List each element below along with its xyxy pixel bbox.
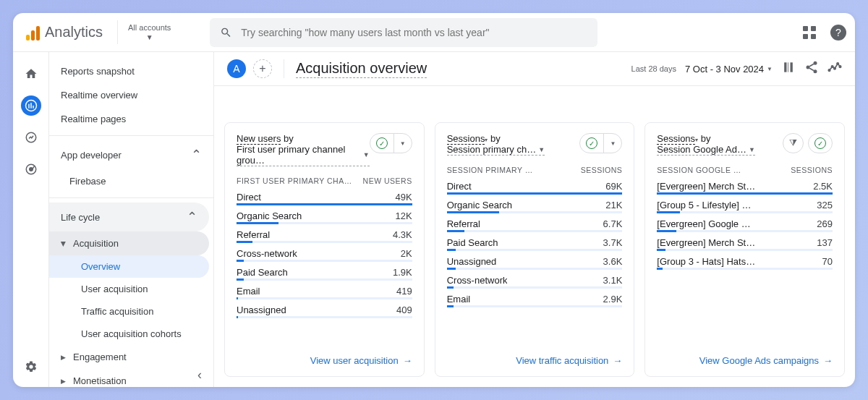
rail-explore-icon[interactable] (21, 127, 41, 148)
data-row[interactable]: Cross-network3.1K (447, 271, 623, 286)
sidebar-item-engagement[interactable]: ▶ Engagement (49, 345, 213, 369)
product-logo: Analytics (26, 24, 103, 41)
search-input[interactable] (241, 27, 587, 38)
card-dimension-selector[interactable]: Session primary ch… ▼ (447, 144, 545, 156)
rail-admin-icon[interactable] (21, 357, 41, 377)
data-row[interactable]: Referral6.7K (447, 215, 623, 230)
sidebar-item-firebase[interactable]: Firebase (49, 169, 213, 193)
svg-point-11 (831, 66, 833, 68)
rail-advertising-icon[interactable] (21, 159, 41, 179)
collapse-sidebar-icon[interactable]: ‹ (197, 367, 202, 383)
row-bar (237, 297, 412, 299)
row-value: 2.9K (603, 294, 623, 305)
sidebar-subitem-traffic-acquisition[interactable]: Traffic acquisition (49, 300, 213, 323)
row-label: Organic Search (237, 210, 302, 221)
sidebar-item-realtime-overview[interactable]: Realtime overview (49, 83, 213, 107)
data-row[interactable]: [Group 5 - Lifestyle] …325 (657, 196, 833, 211)
card-footer: View traffic acquisition → (447, 348, 623, 366)
row-bar (657, 230, 833, 232)
check-circle-icon: ✓ (814, 137, 826, 149)
sidebar-section-label: App developer (61, 150, 122, 161)
row-value: 21K (605, 200, 622, 210)
row-label: Paid Search (447, 237, 498, 248)
data-row[interactable]: Unassigned3.6K (447, 252, 623, 268)
account-selector[interactable]: All accounts ▼ (117, 20, 181, 44)
data-row[interactable]: Direct69K (447, 177, 623, 192)
row-bar (447, 286, 623, 289)
header-right: Last 28 days 7 Oct - 3 Nov 2024 ▼ (631, 60, 842, 77)
data-row[interactable]: Referral4.3K (237, 226, 412, 241)
data-row[interactable]: [Evergreen] Google …269 (657, 215, 833, 230)
row-label: Direct (447, 181, 472, 192)
card-quality-menu[interactable]: ✓▼ (370, 133, 412, 153)
rail-reports-icon[interactable] (21, 95, 41, 116)
row-bar (447, 192, 623, 195)
card-view-link[interactable]: View traffic acquisition → (516, 355, 622, 366)
card-quality-menu[interactable]: ✓▼ (579, 133, 622, 153)
svg-point-8 (807, 66, 810, 69)
sidebar-item-realtime-pages[interactable]: Realtime pages (49, 107, 213, 131)
row-bar (447, 268, 623, 270)
sidebar-subitem-overview[interactable]: Overview (49, 255, 209, 278)
row-value: 269 (817, 218, 833, 229)
data-row[interactable]: [Evergreen] Merch St…137 (657, 234, 833, 249)
audience-badge[interactable]: A (227, 59, 246, 78)
row-value: 3.1K (603, 275, 623, 286)
sidebar-item-monetisation[interactable]: ▶ Monetisation (49, 369, 213, 387)
card-view-link[interactable]: View user acquisition → (310, 355, 412, 366)
filter-button[interactable]: ⧩ (783, 133, 804, 153)
row-value: 419 (396, 286, 412, 297)
sidebar-item-acquisition[interactable]: ▶ Acquisition (49, 231, 209, 255)
col-header-metric: NEW USERS (363, 176, 412, 185)
apps-grid-icon[interactable] (803, 26, 816, 39)
search-box[interactable] (210, 18, 597, 47)
col-header-dimension: SESSION PRIMARY … (447, 166, 533, 174)
share-icon[interactable] (804, 60, 819, 77)
card-actions: ✓▼ (370, 133, 412, 153)
sidebar-subitem-user-acquisition[interactable]: User acquisition (49, 278, 213, 300)
data-row[interactable]: Cross-network2K (237, 244, 412, 260)
column-headers: SESSION PRIMARY …SESSIONS (447, 166, 623, 174)
sidebar-section-app-developer[interactable]: App developer ⌃ (49, 140, 213, 169)
card-view-link[interactable]: View Google Ads campaigns → (699, 355, 833, 366)
data-row[interactable]: [Evergreen] Merch St…2.5K (657, 177, 833, 192)
page-title: Acquisition overview (296, 60, 427, 78)
data-row[interactable]: Organic Search21K (447, 196, 623, 211)
compare-icon[interactable] (781, 60, 796, 77)
sidebar-section-life-cycle[interactable]: Life cycle ⌃ (49, 203, 209, 231)
row-bar (447, 305, 623, 307)
data-row[interactable]: Email419 (237, 282, 412, 297)
help-icon[interactable]: ? (830, 25, 846, 41)
svg-point-14 (839, 66, 841, 68)
data-row[interactable]: [Group 3 - Hats] Hats…70 (657, 252, 833, 268)
date-range-picker[interactable]: 7 Oct - 3 Nov 2024 ▼ (685, 64, 773, 75)
card-header: Sessions▾ bySession primary ch… ▼✓▼ (447, 133, 623, 156)
sidebar-subitem-user-acquisition-cohorts[interactable]: User acquisition cohorts (49, 323, 213, 345)
row-label: [Evergreen] Merch St… (657, 237, 755, 248)
data-row[interactable]: Email2.9K (447, 290, 623, 305)
row-value: 6.7K (603, 218, 623, 229)
data-row[interactable]: Organic Search12K (237, 207, 412, 222)
rail-home-icon[interactable] (21, 64, 41, 84)
data-row[interactable]: Unassigned409 (237, 301, 412, 316)
card-actions: ⧩✓ (783, 133, 833, 153)
data-row[interactable]: Paid Search3.7K (447, 234, 623, 249)
row-label: Cross-network (237, 248, 297, 259)
card-dimension-selector[interactable]: Session Google Ad… ▼ (657, 144, 755, 156)
row-bar (657, 249, 833, 251)
sidebar-item-reports-snapshot[interactable]: Reports snapshot (49, 59, 213, 83)
card-dimension-selector[interactable]: First user primary channel grou… ▼ (237, 144, 370, 166)
row-value: 1.9K (393, 267, 412, 278)
row-label: Direct (237, 192, 261, 203)
data-row[interactable]: Direct49K (237, 188, 412, 203)
add-comparison-button[interactable]: + (253, 59, 272, 78)
row-label: Email (447, 294, 471, 305)
metric-card: Sessions▾ bySession Google Ad… ▼⧩✓SESSIO… (644, 122, 845, 377)
row-label: [Evergreen] Merch St… (657, 181, 755, 192)
card-quality-button[interactable]: ✓ (808, 133, 833, 153)
search-container (181, 18, 803, 47)
data-row[interactable]: Paid Search1.9K (237, 263, 412, 278)
chevron-up-icon: ⌃ (187, 209, 197, 225)
insights-icon[interactable] (827, 60, 842, 77)
svg-point-7 (814, 61, 817, 65)
